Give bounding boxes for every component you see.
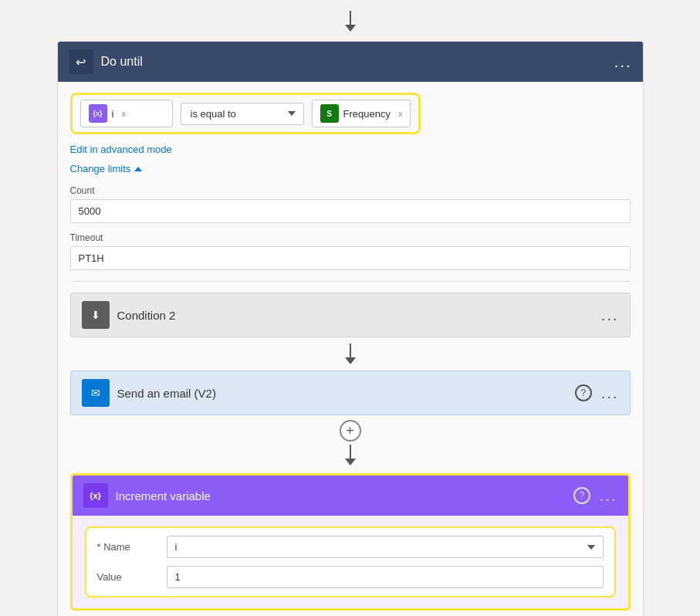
send-email-icon: ✉ bbox=[82, 379, 110, 407]
count-label: Count bbox=[70, 185, 631, 196]
do-until-body: {x} i x is equal to S Frequency x bbox=[58, 82, 643, 616]
increment-help-icon[interactable]: ? bbox=[573, 487, 590, 504]
increment-more-options[interactable]: ... bbox=[600, 487, 617, 505]
increment-body: * Name i Value bbox=[73, 516, 628, 608]
timeout-input[interactable] bbox=[70, 246, 631, 270]
operator-label: is equal to bbox=[191, 108, 236, 120]
increment-value-row: Value bbox=[97, 566, 604, 588]
send-email-left: ✉ Send an email (V2) bbox=[82, 379, 216, 407]
condition2-block: ⬇ Condition 2 ... bbox=[70, 293, 631, 337]
increment-actions: ? ... bbox=[573, 487, 617, 505]
condition-chip-i[interactable]: {x} i x bbox=[80, 100, 173, 127]
do-until-more-options[interactable]: ... bbox=[614, 53, 632, 71]
add-section-1: + bbox=[70, 420, 631, 469]
increment-name-value: i bbox=[175, 541, 581, 553]
increment-value-input[interactable] bbox=[167, 566, 604, 588]
send-email-more-options[interactable]: ... bbox=[601, 384, 619, 402]
name-dropdown-icon bbox=[587, 545, 595, 550]
chip-frequency-label: Frequency bbox=[343, 108, 391, 120]
chip-i-close[interactable]: x bbox=[121, 109, 126, 118]
increment-name-label: * Name bbox=[97, 541, 167, 553]
count-field: Count bbox=[70, 185, 631, 223]
timeout-field: Timeout bbox=[70, 232, 631, 270]
chip-frequency-close[interactable]: x bbox=[398, 109, 403, 118]
send-email-actions: ? ... bbox=[575, 384, 619, 402]
increment-variable-block: {x} Increment variable ? ... bbox=[70, 473, 631, 611]
operator-chevron-icon bbox=[288, 111, 296, 116]
timeout-label: Timeout bbox=[70, 232, 631, 243]
increment-icon: {x} bbox=[83, 483, 108, 508]
do-until-header-left: ↩ Do until bbox=[69, 49, 143, 74]
edit-advanced-link[interactable]: Edit in advanced mode bbox=[70, 144, 631, 155]
increment-title: Increment variable bbox=[116, 489, 211, 503]
condition2-left: ⬇ Condition 2 bbox=[82, 301, 176, 329]
send-email-help-icon[interactable]: ? bbox=[575, 384, 592, 401]
condition2-title: Condition 2 bbox=[117, 309, 176, 322]
do-until-header: ↩ Do until ... bbox=[58, 42, 643, 82]
change-limits-chevron-icon bbox=[134, 167, 142, 171]
arrow-connector-1 bbox=[70, 344, 631, 364]
increment-name-row: * Name i bbox=[97, 536, 604, 558]
send-email-block: ✉ Send an email (V2) ? ... bbox=[70, 371, 631, 415]
chip-frequency-icon: S bbox=[320, 104, 339, 123]
do-until-block: ↩ Do until ... {x} i x is equal to bbox=[57, 41, 644, 616]
top-connector bbox=[345, 8, 356, 35]
increment-value-label: Value bbox=[97, 571, 167, 583]
arrow-connector-2 bbox=[345, 445, 356, 465]
send-email-title: Send an email (V2) bbox=[117, 387, 216, 400]
add-step-button-1[interactable]: + bbox=[340, 420, 361, 442]
increment-header-left: {x} Increment variable bbox=[83, 483, 211, 508]
arrow-connector-top bbox=[345, 11, 356, 32]
chip-i-label: i bbox=[112, 108, 114, 120]
do-until-title: Do until bbox=[101, 55, 143, 69]
chip-i-icon: {x} bbox=[89, 104, 107, 123]
condition-row: {x} i x is equal to S Frequency x bbox=[70, 93, 421, 134]
increment-fields-wrapper: * Name i Value bbox=[85, 526, 616, 597]
condition-operator-dropdown[interactable]: is equal to bbox=[181, 103, 304, 125]
change-limits-link[interactable]: Change limits bbox=[70, 163, 631, 174]
count-input[interactable] bbox=[70, 199, 631, 223]
condition2-more-options[interactable]: ... bbox=[601, 306, 619, 324]
increment-name-input[interactable]: i bbox=[167, 536, 604, 558]
condition-chip-frequency[interactable]: S Frequency x bbox=[312, 100, 411, 127]
condition2-icon: ⬇ bbox=[82, 301, 110, 329]
do-until-icon: ↩ bbox=[69, 49, 93, 74]
increment-header: {x} Increment variable ? ... bbox=[73, 476, 628, 516]
